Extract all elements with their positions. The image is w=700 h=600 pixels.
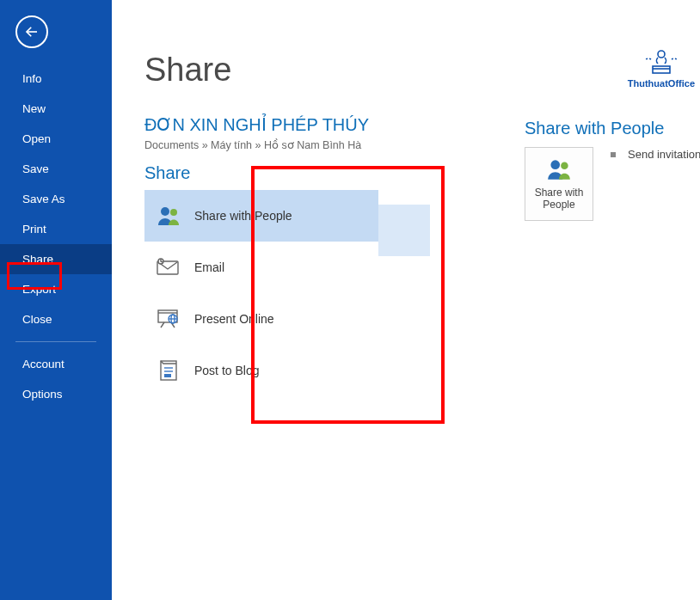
share-option-label: Share with People <box>194 209 292 223</box>
share-option-present-online[interactable]: Present Online <box>144 293 378 345</box>
sidebar-item-save-as[interactable]: Save As <box>0 184 112 214</box>
people-icon <box>151 205 186 227</box>
svg-point-1 <box>161 207 169 216</box>
blog-icon <box>151 359 186 382</box>
svg-point-17 <box>561 162 568 169</box>
sidebar-item-share[interactable]: Share <box>0 244 112 274</box>
bullet-icon <box>611 152 616 157</box>
share-option-post-to-blog[interactable]: Post to Blog <box>144 345 378 396</box>
sidebar-item-print[interactable]: Print <box>0 214 112 244</box>
share-option-label: Email <box>194 260 224 274</box>
share-option-selected-bg-overflow <box>378 205 430 256</box>
hint-text: Send invitations and ge <box>628 148 700 161</box>
share-option-share-with-people[interactable]: Share with People <box>144 190 378 242</box>
right-pane: Share with People Share with People <box>525 119 664 221</box>
content-area: Share ĐƠN XIN NGHỈ PHÉP THÚY Documents »… <box>112 0 700 600</box>
share-option-label: Post to Blog <box>194 364 260 377</box>
share-option-email[interactable]: Email <box>144 242 378 293</box>
sidebar-item-info[interactable]: Info <box>0 64 112 94</box>
email-icon <box>151 258 186 277</box>
sidebar-item-save[interactable]: Save <box>0 154 112 184</box>
hint-row: Send invitations and ge <box>611 148 700 161</box>
right-pane-title: Share with People <box>525 119 664 138</box>
back-arrow-icon <box>24 24 40 40</box>
present-online-icon <box>151 308 186 330</box>
sidebar-separator <box>15 341 96 342</box>
svg-point-18 <box>658 51 665 58</box>
svg-line-7 <box>161 322 164 328</box>
back-button[interactable] <box>15 15 48 48</box>
tile-label: Share with People <box>529 187 589 211</box>
sidebar-item-export[interactable]: Export <box>0 274 112 304</box>
sidebar-item-account[interactable]: Account <box>0 349 112 379</box>
sidebar-item-new[interactable]: New <box>0 94 112 124</box>
svg-rect-19 <box>653 66 670 73</box>
svg-point-2 <box>170 209 177 216</box>
sidebar-item-close[interactable]: Close <box>0 304 112 334</box>
page-title: Share <box>144 52 700 89</box>
backstage-sidebar: Info New Open Save Save As Print Share E… <box>0 0 112 600</box>
people-icon <box>545 157 573 181</box>
sidebar-item-options[interactable]: Options <box>0 379 112 409</box>
watermark: ThuthuatOffice <box>628 47 695 89</box>
sidebar-item-open[interactable]: Open <box>0 124 112 154</box>
svg-point-16 <box>550 160 560 169</box>
watermark-text: ThuthuatOffice <box>628 78 695 89</box>
svg-rect-15 <box>164 374 171 377</box>
share-with-people-tile[interactable]: Share with People <box>525 147 593 221</box>
share-option-label: Present Online <box>194 312 274 326</box>
